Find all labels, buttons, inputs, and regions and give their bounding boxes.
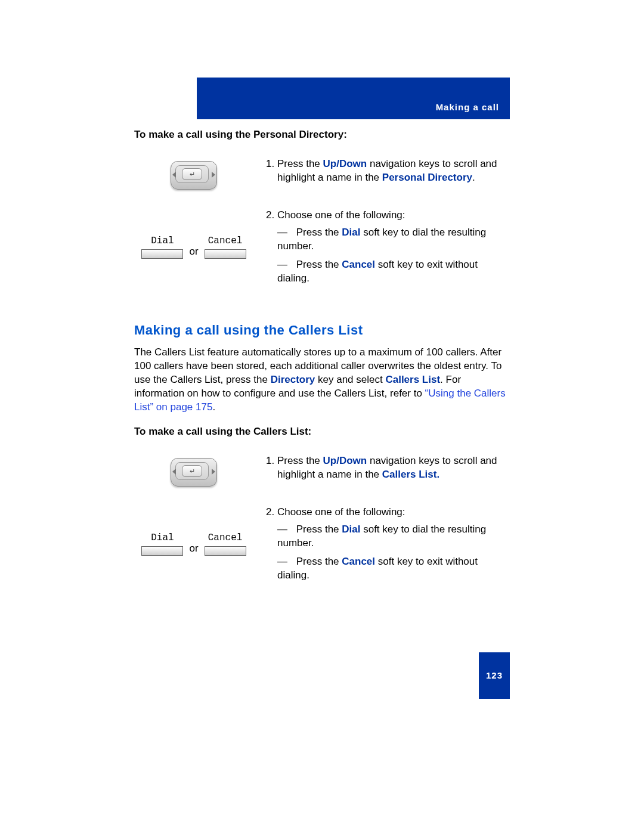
cl-step2b: Press the Cancel soft key to exit withou… <box>277 555 510 583</box>
softkey-dial-label: Dial <box>151 532 174 545</box>
softkey-dial-button-icon <box>141 546 183 556</box>
pd-step2a: Press the Dial soft key to dial the resu… <box>277 226 510 253</box>
softkey-cancel-button-icon <box>205 546 246 556</box>
softkeys-graphic: Dial or Cancel <box>134 192 253 290</box>
softkey-dial: Dial <box>141 235 183 259</box>
softkey-cancel-label: Cancel <box>208 532 243 545</box>
softkeys-graphic-2: Dial or Cancel <box>134 489 253 587</box>
pd-step2: Choose one of the following: Press the D… <box>277 209 510 286</box>
section-heading-callers-list: Making a call using the Callers List <box>134 321 510 339</box>
cl-step2-text: Choose one of the following: Press the D… <box>264 489 510 587</box>
cl-steps-block: ↵ Press the Up/Down navigation keys to s… <box>134 454 510 587</box>
cl-step2a: Press the Dial soft key to dial the resu… <box>277 523 510 550</box>
document-page: Making a call To make a call using the P… <box>0 0 644 833</box>
softkey-dial-label: Dial <box>151 235 174 248</box>
pd-step1-text: Press the Up/Down navigation keys to scr… <box>264 157 510 192</box>
or-label: or <box>189 245 198 259</box>
pd-step2-text: Choose one of the following: Press the D… <box>264 192 510 290</box>
cl-step1: Press the Up/Down navigation keys to scr… <box>277 454 510 482</box>
pd-step1: Press the Up/Down navigation keys to scr… <box>277 157 510 185</box>
pd-step2b: Press the Cancel soft key to exit withou… <box>277 258 510 286</box>
navpad-graphic: ↵ <box>134 157 253 192</box>
softkey-cancel: Cancel <box>205 532 246 556</box>
navpad-icon: ↵ <box>169 457 219 489</box>
procedure-heading-cl: To make a call using the Callers List: <box>134 425 510 439</box>
page-number-tab: 123 <box>479 652 510 699</box>
or-label: or <box>189 542 198 556</box>
softkey-dial: Dial <box>141 532 183 556</box>
navpad-icon: ↵ <box>169 160 219 192</box>
page-number: 123 <box>486 670 503 682</box>
cl-step1-text: Press the Up/Down navigation keys to scr… <box>264 454 510 489</box>
procedure-heading-pd: To make a call using the Personal Direct… <box>134 128 510 142</box>
softkey-cancel-label: Cancel <box>208 235 243 248</box>
softkey-dial-button-icon <box>141 249 183 259</box>
callers-list-paragraph: The Callers List feature automatically s… <box>134 346 510 414</box>
softkey-cancel: Cancel <box>205 235 246 259</box>
softkey-cancel-button-icon <box>205 249 246 259</box>
cl-step2: Choose one of the following: Press the D… <box>277 506 510 583</box>
pd-steps-block: ↵ Press the Up/Down navigation keys to s… <box>134 157 510 290</box>
page-content: To make a call using the Personal Direct… <box>134 128 510 587</box>
chapter-header-label: Making a call <box>436 101 499 113</box>
navpad-graphic-2: ↵ <box>134 454 253 489</box>
chapter-header-bar: Making a call <box>197 78 510 119</box>
